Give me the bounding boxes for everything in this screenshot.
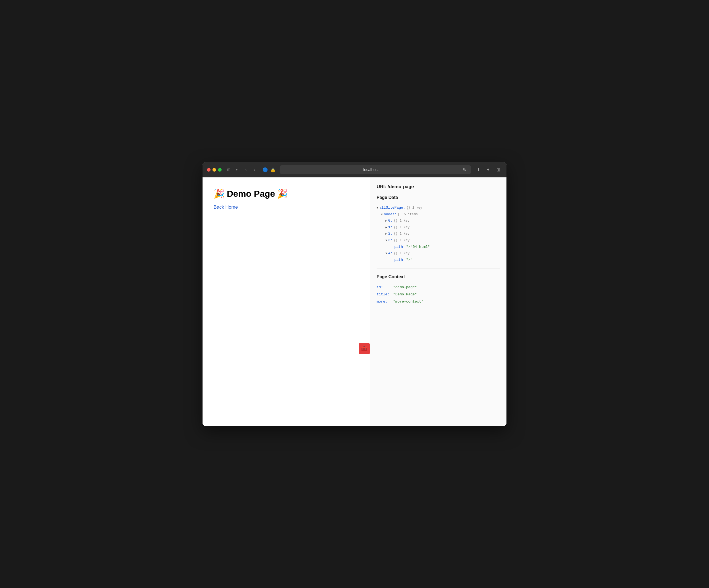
browser-window: ⊞ ▾ ‹ › 🔵 🔒 localhost ↻ ⬆ + ⊞ 🎉 Demo Pag… [203, 162, 506, 426]
reload-button[interactable]: ↻ [461, 166, 468, 173]
tree-item-0-row: ▶ 0: {} 1 key [376, 217, 500, 224]
item4-path-key: path: [394, 257, 405, 263]
traffic-light-red[interactable] [207, 168, 211, 171]
item1-key: 1: [388, 224, 393, 231]
collapse-item4-icon[interactable]: ▼ [386, 251, 387, 256]
context-more-key: more: [376, 298, 393, 305]
allsitepage-meta: {} 1 key [406, 205, 422, 211]
tree-allsitepage-row: ▼ allSitePage: {} 1 key [376, 205, 500, 211]
gatsby-plugin-icon[interactable]: 🧰 [359, 343, 370, 354]
security-icons: 🔵 🔒 [262, 166, 276, 173]
page-data-section-title: Page Data [376, 195, 500, 200]
item2-key: 2: [388, 231, 393, 237]
nodes-meta: [] 5 items [398, 212, 418, 218]
tree-nodes-row: ▼ nodes: [] 5 items [376, 211, 500, 218]
page-context-section-title: Page Context [376, 274, 500, 279]
forward-button[interactable]: › [251, 166, 259, 173]
tree-item-2-row: ▶ 2: {} 1 key [376, 231, 500, 237]
page-context-section: id: "demo-page" title: "Demo Page" more:… [376, 284, 500, 305]
tree-item-4-path-row: path: "/" [376, 257, 500, 263]
emoji-right: 🎉 [277, 188, 288, 199]
address-bar[interactable]: localhost ↻ [280, 165, 471, 174]
url-text: localhost [283, 167, 459, 172]
emoji-left: 🎉 [214, 188, 225, 199]
item4-key: 4: [388, 250, 393, 257]
tree-item-3-path-row: path: "/404.html" [376, 244, 500, 250]
item2-meta: {} 1 key [394, 231, 410, 237]
page-title-text: Demo Page [227, 189, 275, 199]
uri-label-text: URI: /demo-page [376, 184, 414, 189]
allsitepage-key: allSitePage: [379, 205, 405, 211]
traffic-light-green[interactable] [218, 168, 221, 171]
traffic-light-yellow[interactable] [212, 168, 216, 171]
item4-path-value: "/" [406, 257, 413, 263]
back-home-link[interactable]: Back Home [214, 205, 238, 210]
lock-icon: 🔒 [270, 166, 276, 173]
collapse-allsitepage-icon[interactable]: ▼ [376, 206, 378, 211]
item3-meta: {} 1 key [394, 238, 410, 244]
context-id-row: id: "demo-page" [376, 284, 500, 291]
item3-key: 3: [388, 237, 393, 243]
browser-actions: ⬆ + ⊞ [474, 166, 502, 173]
tree-item-4-row: ▼ 4: {} 1 key [376, 250, 500, 257]
browser-chrome: ⊞ ▾ ‹ › 🔵 🔒 localhost ↻ ⬆ + ⊞ [203, 162, 506, 178]
tab-grid-button[interactable]: ⊞ [494, 166, 502, 173]
sidebar-chevron-icon: ▾ [236, 168, 238, 171]
main-pane: 🎉 Demo Page 🎉 Back Home 🧰 [203, 178, 370, 426]
divider-2 [376, 311, 500, 311]
context-more-value: "more-context" [393, 298, 423, 305]
item0-key: 0: [388, 217, 393, 224]
browser-nav: ‹ › [242, 166, 259, 173]
divider-1 [376, 269, 500, 269]
page-title: 🎉 Demo Page 🎉 [214, 188, 359, 199]
context-title-row: title: "Demo Page" [376, 291, 500, 298]
expand-item2-icon[interactable]: ▶ [386, 232, 387, 237]
item0-meta: {} 1 key [394, 218, 410, 224]
uri-line: URI: /demo-page [376, 184, 500, 190]
nodes-key: nodes: [384, 211, 397, 217]
item3-path-value: "/404.html" [406, 244, 430, 250]
item4-meta: {} 1 key [394, 250, 410, 257]
item3-path-key: path: [394, 244, 405, 250]
collapse-nodes-icon[interactable]: ▼ [381, 212, 383, 217]
item1-meta: {} 1 key [394, 225, 410, 231]
context-id-value: "demo-page" [393, 284, 417, 291]
new-tab-button[interactable]: + [484, 166, 492, 173]
dev-panel: URI: /demo-page Page Data ▼ allSitePage:… [370, 178, 506, 426]
traffic-lights [207, 168, 221, 171]
browser-content: 🎉 Demo Page 🎉 Back Home 🧰 URI: /demo-pag… [203, 178, 506, 426]
expand-item1-icon[interactable]: ▶ [386, 225, 387, 230]
sidebar-toggle-button[interactable]: ⊞ [225, 167, 233, 172]
expand-item0-icon[interactable]: ▶ [386, 219, 387, 223]
context-more-row: more: "more-context" [376, 298, 500, 305]
context-title-value: "Demo Page" [393, 291, 417, 298]
context-id-key: id: [376, 284, 393, 291]
shield-icon: 🔵 [262, 166, 268, 173]
tree-item-3-row: ▼ 3: {} 1 key [376, 237, 500, 244]
back-button[interactable]: ‹ [242, 166, 250, 173]
share-button[interactable]: ⬆ [474, 166, 482, 173]
collapse-item3-icon[interactable]: ▼ [386, 238, 387, 243]
context-title-key: title: [376, 291, 393, 298]
tree-item-1-row: ▶ 1: {} 1 key [376, 224, 500, 231]
